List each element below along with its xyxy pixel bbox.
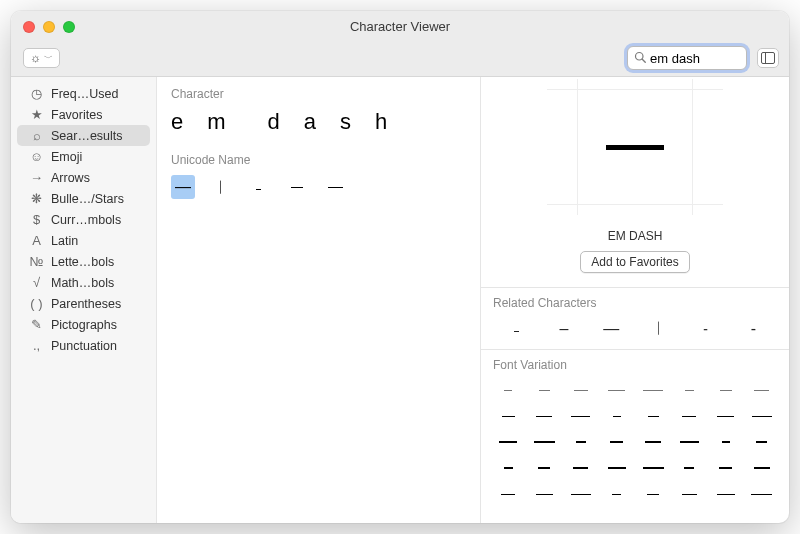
font-variation-glyph[interactable] xyxy=(602,486,632,502)
query-char[interactable]: d xyxy=(268,109,282,135)
search-field[interactable]: ✕ xyxy=(627,46,747,70)
sidebar-item-label: Freq…Used xyxy=(51,87,118,101)
font-variation-glyph[interactable] xyxy=(638,460,668,476)
sidebar-item-latin[interactable]: ALatin xyxy=(17,230,150,251)
font-variation-glyph[interactable] xyxy=(566,382,596,398)
result-glyph[interactable]: ⸺ xyxy=(285,175,309,199)
query-char[interactable]: s xyxy=(340,109,353,135)
font-variation-glyph[interactable] xyxy=(566,486,596,502)
font-variation-glyph[interactable] xyxy=(602,408,632,424)
query-char[interactable]: h xyxy=(375,109,389,135)
font-variation-glyph[interactable] xyxy=(529,382,559,398)
font-variation-glyph[interactable] xyxy=(493,486,523,502)
sidebar-item-emoji[interactable]: ☺Emoji xyxy=(17,146,150,167)
toolbar: ☼ ﹀ ✕ xyxy=(23,46,779,70)
font-variations xyxy=(493,380,777,504)
query-char[interactable]: e xyxy=(171,109,185,135)
sidebar-item-lette-bols[interactable]: №Lette…bols xyxy=(17,251,150,272)
sidebar-item-curr-mbols[interactable]: $Curr…mbols xyxy=(17,209,150,230)
sidebar-item-math-bols[interactable]: √Math…bols xyxy=(17,272,150,293)
font-variation-glyph[interactable] xyxy=(529,434,559,450)
sidebar-item-freq-used[interactable]: ◷Freq…Used xyxy=(17,83,150,104)
emoji-icon: ☺ xyxy=(29,149,44,164)
font-variation-glyph[interactable] xyxy=(602,382,632,398)
related-glyph[interactable]: ˗ xyxy=(697,319,715,338)
font-variation-glyph[interactable] xyxy=(674,486,704,502)
sidebar-item-favorites[interactable]: ★Favorites xyxy=(17,104,150,125)
font-variation-glyph[interactable] xyxy=(747,382,777,398)
font-variation-glyph[interactable] xyxy=(747,408,777,424)
font-variation-glyph[interactable] xyxy=(566,434,596,450)
font-variation-section: Font Variation xyxy=(481,349,789,523)
query-char[interactable]: a xyxy=(304,109,318,135)
sidebar-item-label: Bulle…/Stars xyxy=(51,192,124,206)
glyph-preview: EM DASH Add to Favorites xyxy=(481,77,789,287)
font-variation-glyph[interactable] xyxy=(529,486,559,502)
font-variation-glyph[interactable] xyxy=(674,408,704,424)
view-mode-button[interactable] xyxy=(757,48,779,68)
font-variation-glyph[interactable] xyxy=(602,460,632,476)
sidebar-item-bulle-stars[interactable]: ❋Bulle…/Stars xyxy=(17,188,150,209)
query-characters: emdash xyxy=(171,109,466,135)
detail-pane: EM DASH Add to Favorites Related Charact… xyxy=(481,77,789,523)
result-glyph[interactable]: ⸻ xyxy=(323,175,347,199)
related-glyph[interactable]: - xyxy=(744,320,762,338)
sidebar-item-sear-esults[interactable]: ⌕Sear…esults xyxy=(17,125,150,146)
no-icon: № xyxy=(29,254,44,269)
font-variation-glyph[interactable] xyxy=(638,382,668,398)
result-glyph[interactable]: ﹘ xyxy=(247,175,271,199)
font-variation-glyph[interactable] xyxy=(529,460,559,476)
font-variation-glyph[interactable] xyxy=(674,460,704,476)
add-to-favorites-button[interactable]: Add to Favorites xyxy=(580,251,689,273)
gear-icon: ☼ xyxy=(30,52,41,64)
chevron-down-icon: ﹀ xyxy=(44,52,53,65)
font-variation-glyph[interactable] xyxy=(602,434,632,450)
result-glyph[interactable]: ︱ xyxy=(209,175,233,199)
related-glyph[interactable]: — xyxy=(602,320,620,338)
font-variation-glyph[interactable] xyxy=(711,434,741,450)
glyph-frame xyxy=(577,89,693,205)
related-glyph[interactable]: ﹘ xyxy=(508,320,526,338)
sidebar-item-parentheses[interactable]: ( )Parentheses xyxy=(17,293,150,314)
font-variation-glyph[interactable] xyxy=(493,434,523,450)
font-variation-glyph[interactable] xyxy=(711,382,741,398)
character-name: EM DASH xyxy=(608,229,663,243)
font-variation-glyph[interactable] xyxy=(711,408,741,424)
sidebar-item-label: Latin xyxy=(51,234,78,248)
font-variation-glyph[interactable] xyxy=(747,486,777,502)
related-glyph[interactable]: – xyxy=(555,320,573,338)
search-icon xyxy=(634,51,646,66)
font-variation-glyph[interactable] xyxy=(711,460,741,476)
font-variation-glyph[interactable] xyxy=(493,408,523,424)
query-char[interactable]: m xyxy=(207,109,227,135)
font-variation-glyph[interactable] xyxy=(566,408,596,424)
font-variation-glyph[interactable] xyxy=(747,434,777,450)
unicode-name-section-label: Unicode Name xyxy=(171,153,466,167)
font-variation-glyph[interactable] xyxy=(747,460,777,476)
font-variation-glyph[interactable] xyxy=(638,434,668,450)
related-characters-section: Related Characters ﹘–—︱˗- xyxy=(481,287,789,349)
sidebar-item-label: Emoji xyxy=(51,150,82,164)
related-characters: ﹘–—︱˗- xyxy=(493,318,777,339)
font-variation-glyph[interactable] xyxy=(711,486,741,502)
result-glyph[interactable]: — xyxy=(171,175,195,199)
search-results: —︱﹘⸺⸻ xyxy=(171,175,466,199)
sidebar-item-arrows[interactable]: →Arrows xyxy=(17,167,150,188)
sidebar-item-punctuation[interactable]: .,Punctuation xyxy=(17,335,150,356)
body: ◷Freq…Used★Favorites⌕Sear…esults☺Emoji→A… xyxy=(11,77,789,523)
font-variation-glyph[interactable] xyxy=(638,408,668,424)
titlebar: Character Viewer ☼ ﹀ ✕ xyxy=(11,11,789,77)
font-variation-glyph[interactable] xyxy=(493,382,523,398)
font-variation-glyph[interactable] xyxy=(566,460,596,476)
glyph[interactable] xyxy=(577,89,693,205)
font-variation-glyph[interactable] xyxy=(493,460,523,476)
font-variation-glyph[interactable] xyxy=(529,408,559,424)
font-variation-glyph[interactable] xyxy=(638,486,668,502)
font-variation-glyph[interactable] xyxy=(674,382,704,398)
font-variation-label: Font Variation xyxy=(493,358,777,372)
sidebar-item-pictographs[interactable]: ✎Pictographs xyxy=(17,314,150,335)
sidebar-item-label: Favorites xyxy=(51,108,102,122)
nav-menu-button[interactable]: ☼ ﹀ xyxy=(23,48,60,68)
font-variation-glyph[interactable] xyxy=(674,434,704,450)
related-glyph[interactable]: ︱ xyxy=(650,318,668,339)
